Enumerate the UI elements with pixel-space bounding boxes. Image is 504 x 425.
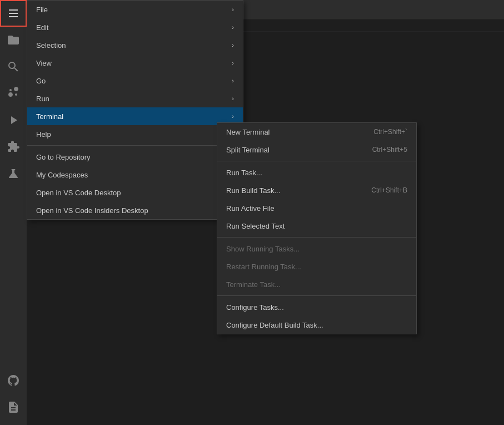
menu-item-run-arrow: › [232,95,234,102]
menu-item-run-label: Run [36,95,232,103]
menu-item-help[interactable]: Help › [27,125,243,143]
submenu-item-configure-tasks-label: Configure Tasks... [226,303,284,312]
submenu-item-terminate-task-label: Terminate Task... [226,280,281,289]
submenu-item-restart-running-task: Restart Running Task... [217,258,416,275]
submenu-item-run-task[interactable]: Run Task... [217,164,416,181]
menu-item-go[interactable]: Go › [27,72,243,90]
menu-item-selection[interactable]: Selection › [27,36,243,54]
menu-item-file[interactable]: File › [27,1,243,18]
submenu-divider-2 [217,237,416,238]
menu-item-goto-repo-label: Go to Repository [36,153,234,161]
pages-icon [7,401,20,414]
run-debug-icon [7,113,20,127]
sidebar-item-explorer[interactable] [0,27,27,53]
menu-item-file-arrow: › [232,6,234,13]
menu-item-view-label: View [36,59,232,67]
menu-item-help-label: Help [36,130,232,139]
menu-item-selection-arrow: › [232,42,234,48]
menu-item-edit[interactable]: Edit › [27,18,243,36]
submenu-item-run-build-task-shortcut: Ctrl+Shift+B [371,186,407,194]
menu-item-edit-label: Edit [36,23,232,32]
submenu-item-terminate-task: Terminate Task... [217,275,416,293]
menu-item-goto-repo[interactable]: Go to Repository [27,148,243,166]
menu-item-go-label: Go [36,77,232,85]
submenu-item-run-build-task-label: Run Build Task... [226,186,280,195]
testing-icon [7,167,20,180]
files-icon [7,33,20,47]
sidebar-item-run-debug[interactable] [0,107,27,134]
submenu-divider-1 [217,161,416,161]
sidebar-item-pages[interactable] [0,394,27,421]
submenu-item-run-selected-text[interactable]: Run Selected Text [217,217,416,235]
menu-item-go-arrow: › [232,77,234,84]
extensions-icon [7,140,20,154]
activity-bar [0,0,27,425]
menu-item-view[interactable]: View › [27,54,243,72]
sidebar-item-extensions[interactable] [0,134,27,160]
submenu-item-new-terminal-label: New Terminal [226,128,270,136]
menu-item-open-vscode-label: Open in VS Code Desktop [36,189,234,197]
menu-item-edit-arrow: › [232,24,234,31]
hamburger-icon [9,9,18,17]
source-control-icon [7,87,20,100]
menu-item-terminal[interactable]: Terminal › [27,107,243,125]
menu-item-view-arrow: › [232,60,234,66]
submenu-item-new-terminal[interactable]: New Terminal Ctrl+Shift+` [217,123,416,141]
sidebar-item-testing[interactable] [0,160,27,187]
github-icon [7,374,20,387]
submenu-divider-3 [217,295,416,296]
submenu-item-run-active-file-label: Run Active File [226,204,275,212]
search-icon [7,60,20,73]
submenu-item-restart-running-task-label: Restart Running Task... [226,263,301,271]
menu-item-terminal-arrow: › [232,113,234,120]
submenu-item-split-terminal-label: Split Terminal [226,146,270,154]
submenu-item-configure-tasks[interactable]: Configure Tasks... [217,298,416,316]
menu-item-selection-label: Selection [36,41,232,50]
submenu-item-show-running-tasks: Show Running Tasks... [217,240,416,258]
menu-item-open-vscode-insiders-label: Open in VS Code Insiders Desktop [36,206,234,215]
menu-item-codespaces-label: My Codespaces [36,171,234,179]
terminal-submenu: New Terminal Ctrl+Shift+` Split Terminal… [217,122,417,334]
menu-item-open-vscode-insiders[interactable]: Open in VS Code Insiders Desktop [27,201,243,219]
hamburger-button[interactable] [0,0,27,27]
menu-item-terminal-label: Terminal [36,112,232,121]
submenu-item-configure-default-build[interactable]: Configure Default Build Task... [217,316,416,334]
menu-item-open-vscode[interactable]: Open in VS Code Desktop [27,184,243,201]
submenu-item-run-selected-text-label: Run Selected Text [226,222,285,230]
submenu-item-split-terminal[interactable]: Split Terminal Ctrl+Shift+5 [217,141,416,159]
menu-item-codespaces[interactable]: My Codespaces [27,166,243,184]
menu-divider-1 [27,145,243,146]
sidebar-item-github[interactable] [0,367,27,394]
submenu-item-run-build-task[interactable]: Run Build Task... Ctrl+Shift+B [217,181,416,199]
menu-item-file-label: File [36,6,232,14]
menu-item-run[interactable]: Run › [27,90,243,107]
sidebar-item-search[interactable] [0,53,27,80]
submenu-item-configure-default-build-label: Configure Default Build Task... [226,321,323,329]
sidebar-item-source-control[interactable] [0,80,27,107]
submenu-item-show-running-tasks-label: Show Running Tasks... [226,245,300,253]
submenu-item-new-terminal-shortcut: Ctrl+Shift+` [373,128,407,136]
main-menu: File › Edit › Selection › View › Go › Ru… [27,0,243,220]
submenu-item-run-active-file[interactable]: Run Active File [217,199,416,217]
submenu-item-split-terminal-shortcut: Ctrl+Shift+5 [372,146,407,154]
submenu-item-run-task-label: Run Task... [226,169,262,177]
